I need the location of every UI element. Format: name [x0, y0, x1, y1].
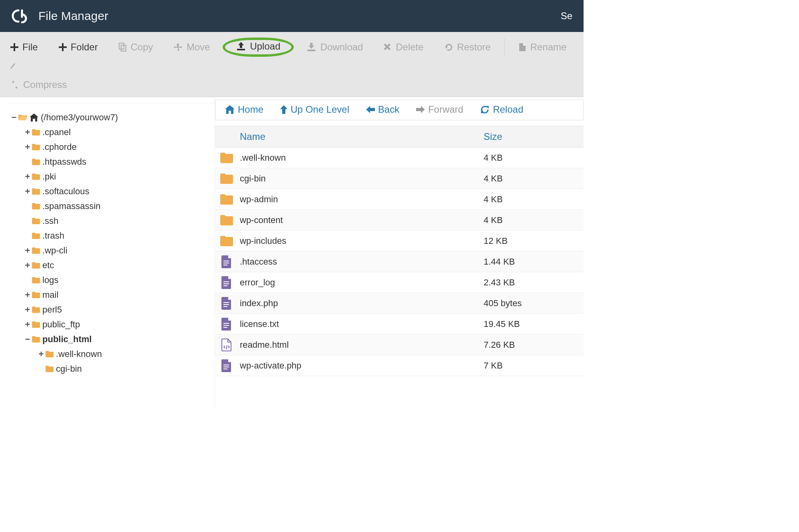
- expand-icon[interactable]: +: [24, 317, 31, 332]
- tree-item[interactable]: .spamassassin: [7, 199, 215, 213]
- tree-item[interactable]: +.wp-cli: [7, 243, 215, 258]
- edit-button[interactable]: [2, 60, 22, 74]
- tree-item[interactable]: +.well-known: [7, 347, 215, 361]
- restore-icon: [444, 43, 453, 52]
- svg-rect-4: [307, 50, 315, 51]
- expand-icon[interactable]: +: [24, 169, 31, 184]
- folder-label: Folder: [71, 42, 98, 53]
- file-size: 4 KB: [484, 153, 584, 163]
- tree-root[interactable]: − (/home3/yourwow7): [7, 110, 215, 125]
- nav-reload-label: Reload: [493, 104, 523, 115]
- expand-icon[interactable]: +: [24, 243, 31, 258]
- nav-up-label: Up One Level: [291, 104, 349, 115]
- table-row[interactable]: index.php405 bytes: [215, 293, 584, 314]
- col-name[interactable]: Name: [236, 131, 484, 142]
- file-icon: [215, 318, 236, 331]
- file-icon: [215, 359, 236, 372]
- file-size: 7.26 KB: [484, 340, 584, 350]
- folder-icon: [32, 159, 40, 165]
- expand-icon[interactable]: −: [24, 332, 31, 347]
- copy-button[interactable]: Copy: [111, 38, 161, 57]
- tree-item-label: mail: [42, 287, 58, 302]
- tree-item[interactable]: −public_html: [7, 332, 215, 347]
- folder-icon: [32, 188, 40, 195]
- expand-icon[interactable]: +: [24, 184, 31, 199]
- tree-item[interactable]: cgi-bin: [7, 361, 215, 376]
- restore-button[interactable]: Restore: [436, 38, 499, 57]
- delete-button[interactable]: Delete: [376, 38, 431, 57]
- compress-button[interactable]: Compress: [2, 77, 75, 93]
- table-row[interactable]: wp-includes12 KB: [215, 231, 584, 251]
- expand-icon[interactable]: +: [24, 287, 31, 302]
- up-arrow-icon: [280, 105, 287, 114]
- folder-icon: [46, 366, 54, 372]
- file-name: readme.html: [236, 340, 484, 350]
- rename-button[interactable]: Rename: [510, 38, 575, 57]
- tree-item[interactable]: +.cphorde: [7, 139, 215, 154]
- nav-forward[interactable]: Forward: [416, 104, 463, 115]
- tree-item[interactable]: +mail: [7, 287, 215, 302]
- tree-item[interactable]: .ssh: [7, 213, 215, 228]
- tree-item[interactable]: logs: [7, 273, 215, 287]
- tree-item[interactable]: .htpasswds: [7, 154, 215, 169]
- tree-item[interactable]: +.pki: [7, 169, 215, 184]
- table-row[interactable]: .htaccess1.44 KB: [215, 251, 584, 272]
- nav-home[interactable]: Home: [225, 104, 263, 115]
- path-nav: Home Up One Level Back Forward Reload: [215, 100, 584, 120]
- svg-rect-18: [223, 367, 229, 367]
- rename-icon: [518, 42, 526, 52]
- folder-icon: [32, 233, 40, 239]
- file-size: 4 KB: [484, 215, 584, 225]
- tree-item[interactable]: +.softaculous: [7, 184, 215, 199]
- tree-item[interactable]: +.cpanel: [7, 125, 215, 139]
- upload-label: Upload: [250, 41, 280, 52]
- tree-item-label: .spamassassin: [42, 199, 101, 213]
- download-button[interactable]: Download: [299, 38, 371, 57]
- table-row[interactable]: license.txt19.45 KB: [215, 314, 584, 335]
- expand-icon[interactable]: +: [24, 139, 31, 154]
- table-row[interactable]: readme.html7.26 KB: [215, 335, 584, 355]
- table-row[interactable]: cgi-bin4 KB: [215, 168, 584, 189]
- expand-icon[interactable]: +: [24, 302, 31, 317]
- nav-reload[interactable]: Reload: [480, 104, 523, 115]
- folder-button[interactable]: Folder: [51, 38, 106, 57]
- svg-rect-14: [223, 323, 229, 324]
- table-row[interactable]: error_log2.43 KB: [215, 272, 584, 293]
- pencil-icon: [10, 62, 15, 71]
- table-row[interactable]: wp-activate.php7 KB: [215, 355, 584, 376]
- tree-item-label: .ssh: [42, 213, 58, 228]
- table-row[interactable]: wp-admin4 KB: [215, 189, 584, 210]
- reload-icon: [480, 105, 490, 114]
- expand-icon[interactable]: +: [24, 125, 31, 139]
- plus-icon: [59, 43, 67, 51]
- col-size[interactable]: Size: [484, 131, 584, 142]
- upload-button[interactable]: Upload: [223, 38, 294, 57]
- svg-rect-12: [223, 304, 229, 305]
- nav-up[interactable]: Up One Level: [280, 104, 349, 115]
- restore-label: Restore: [457, 42, 491, 53]
- nav-back[interactable]: Back: [366, 104, 399, 115]
- file-size: 4 KB: [484, 194, 584, 205]
- tree-item[interactable]: +etc: [7, 258, 215, 273]
- move-button[interactable]: Move: [166, 38, 218, 57]
- header-right-label[interactable]: Se: [561, 10, 572, 22]
- tree-item-label: .cphorde: [42, 139, 77, 154]
- collapse-icon[interactable]: −: [10, 110, 18, 125]
- tree-item[interactable]: .trash: [7, 228, 215, 243]
- expand-icon[interactable]: +: [38, 347, 45, 361]
- table-row[interactable]: .well-known4 KB: [215, 147, 584, 168]
- file-button[interactable]: File: [2, 38, 46, 57]
- file-size: 1.44 KB: [484, 257, 584, 267]
- expand-icon[interactable]: +: [24, 258, 31, 273]
- delete-icon: [384, 43, 392, 51]
- folder-icon: [32, 247, 40, 254]
- folder-icon: [215, 153, 236, 163]
- toolbar-separator: [504, 38, 505, 56]
- plus-icon: [10, 43, 18, 51]
- table-row[interactable]: wp-content4 KB: [215, 210, 584, 231]
- tree-item[interactable]: +public_ftp: [7, 317, 215, 332]
- tree-item[interactable]: +perl5: [7, 302, 215, 317]
- folder-icon: [32, 173, 40, 180]
- folder-icon: [32, 292, 40, 298]
- move-label: Move: [187, 42, 210, 53]
